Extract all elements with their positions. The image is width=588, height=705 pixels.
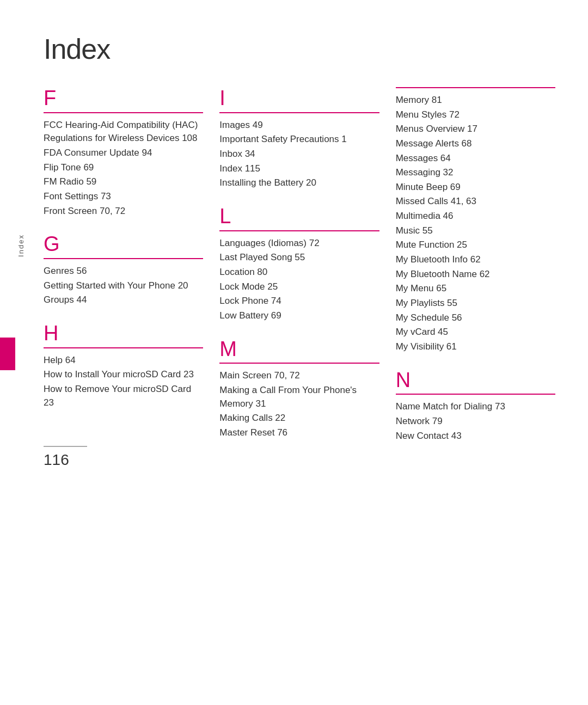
section-2-0: Memory 81Menu Styles 72Menus Overview 17… [396, 87, 555, 354]
entry-0-0-4: Font Settings 73 [44, 190, 203, 204]
entry-2-0-7: Missed Calls 41, 63 [396, 195, 555, 209]
entry-0-1-2: Groups 44 [44, 293, 203, 307]
entry-1-0-4: Installing the Battery 20 [219, 176, 379, 190]
sidebar-marker [0, 338, 15, 370]
section-1-2: MMain Screen 70, 72Making a Call From Yo… [219, 338, 379, 440]
entry-1-1-0: Languages (Idiomas) 72 [219, 237, 379, 250]
section-2-1: NName Match for Dialing 73Network 79New … [396, 369, 555, 443]
section-divider [219, 230, 379, 231]
entry-1-1-2: Location 80 [219, 266, 379, 279]
page-number: 116 [44, 451, 69, 469]
entry-2-0-2: Menus Overview 17 [396, 122, 555, 136]
section-divider [44, 112, 203, 113]
entry-1-1-5: Low Battery 69 [219, 309, 379, 323]
entry-1-1-4: Lock Phone 74 [219, 295, 379, 308]
entry-0-0-3: FM Radio 59 [44, 175, 203, 189]
entry-1-2-1: Making a Call From Your Phone's Memory 3… [219, 384, 379, 410]
entry-2-0-10: Mute Function 25 [396, 238, 555, 252]
section-divider [396, 87, 555, 88]
entry-2-1-2: New Contact 43 [396, 430, 555, 443]
entry-1-0-3: Index 115 [219, 162, 379, 176]
entry-1-0-0: Images 49 [219, 119, 379, 132]
entry-2-0-8: Multimedia 46 [396, 210, 555, 223]
entry-2-1-0: Name Match for Dialing 73 [396, 400, 555, 414]
entry-2-0-12: My Bluetooth Name 62 [396, 268, 555, 281]
section-divider [219, 112, 379, 113]
section-0-2: HHelp 64How to Install Your microSD Card… [44, 322, 203, 409]
section-letter-H: H [44, 322, 203, 345]
column-1: IImages 49Important Safety Precautions 1… [219, 87, 379, 458]
sidebar-label: Index [17, 234, 25, 257]
entry-0-2-1: How to Install Your microSD Card 23 [44, 368, 203, 382]
entry-1-1-3: Lock Mode 25 [219, 280, 379, 294]
entry-1-2-3: Master Reset 76 [219, 426, 379, 440]
entry-2-0-16: My vCard 45 [396, 326, 555, 339]
section-0-1: GGenres 56Getting Started with Your Phon… [44, 233, 203, 307]
entry-2-0-0: Memory 81 [396, 94, 555, 107]
entry-2-0-17: My Visibility 61 [396, 340, 555, 354]
entry-0-0-2: Flip Tone 69 [44, 161, 203, 175]
entry-2-0-9: Music 55 [396, 224, 555, 238]
section-letter-I: I [219, 87, 379, 110]
section-letter-G: G [44, 233, 203, 256]
column-2: Memory 81Menu Styles 72Menus Overview 17… [396, 87, 555, 458]
entry-2-0-15: My Schedule 56 [396, 311, 555, 325]
entry-1-0-1: Important Safety Precautions 1 [219, 133, 379, 146]
section-divider [219, 363, 379, 364]
section-divider [44, 258, 203, 259]
entry-2-0-13: My Menu 65 [396, 282, 555, 296]
index-grid: FFCC Hearing-Aid Compatibility (HAC) Reg… [44, 87, 555, 458]
page-container: Index Index FFCC Hearing-Aid Compatibili… [0, 0, 588, 491]
section-letter-N: N [396, 369, 555, 392]
section-divider [44, 347, 203, 348]
entry-0-2-0: Help 64 [44, 354, 203, 367]
page-title: Index [44, 33, 555, 65]
entry-1-2-0: Main Screen 70, 72 [219, 369, 379, 383]
entry-0-2-2: How to Remove Your microSD Card 23 [44, 383, 203, 409]
entry-0-0-5: Front Screen 70, 72 [44, 205, 203, 218]
entry-2-0-6: Minute Beep 69 [396, 181, 555, 194]
entry-2-0-1: Menu Styles 72 [396, 108, 555, 122]
section-letter-L: L [219, 205, 379, 228]
column-0: FFCC Hearing-Aid Compatibility (HAC) Reg… [44, 87, 203, 458]
section-divider [396, 394, 555, 395]
entry-2-0-4: Messages 64 [396, 152, 555, 165]
entry-2-0-5: Messaging 32 [396, 166, 555, 180]
section-letter-F: F [44, 87, 203, 110]
entry-0-0-0: FCC Hearing-Aid Compatibility (HAC) Regu… [44, 119, 203, 145]
entry-2-0-14: My Playlists 55 [396, 297, 555, 310]
section-letter-M: M [219, 338, 379, 361]
bottom-divider [44, 446, 87, 447]
entry-2-1-1: Network 79 [396, 415, 555, 428]
section-0-0: FFCC Hearing-Aid Compatibility (HAC) Reg… [44, 87, 203, 218]
entry-0-1-1: Getting Started with Your Phone 20 [44, 279, 203, 293]
entry-1-0-2: Inbox 34 [219, 148, 379, 161]
entry-0-0-1: FDA Consumer Update 94 [44, 146, 203, 160]
entry-2-0-3: Message Alerts 68 [396, 137, 555, 151]
entry-1-1-1: Last Played Song 55 [219, 251, 379, 265]
section-1-1: LLanguages (Idiomas) 72Last Played Song … [219, 205, 379, 323]
entry-2-0-11: My Bluetooth Info 62 [396, 253, 555, 267]
section-1-0: IImages 49Important Safety Precautions 1… [219, 87, 379, 190]
entry-0-1-0: Genres 56 [44, 265, 203, 278]
entry-1-2-2: Making Calls 22 [219, 412, 379, 425]
